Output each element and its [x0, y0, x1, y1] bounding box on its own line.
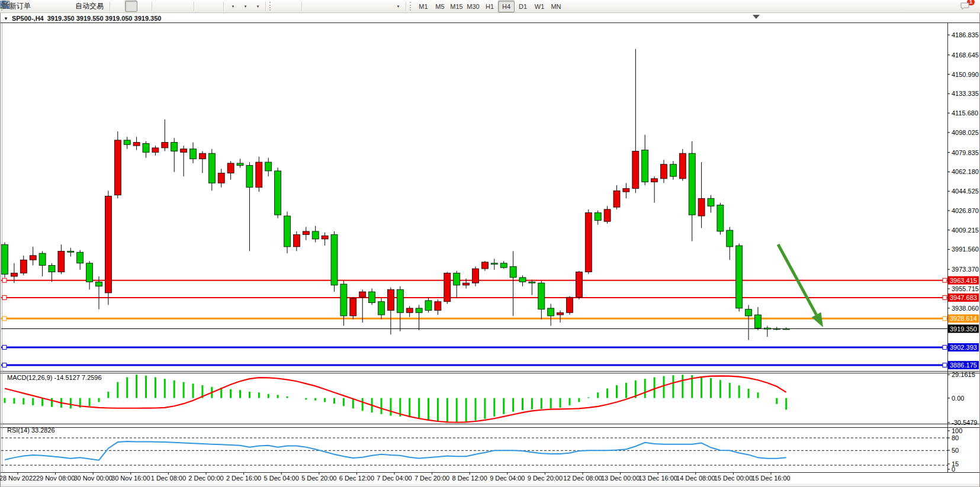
hline-marker[interactable] — [2, 278, 7, 282]
hline-marker[interactable] — [943, 278, 947, 282]
chart-menu-caret-icon[interactable]: ▼ — [4, 16, 8, 21]
fibonacci-tool-button[interactable]: F — [354, 1, 367, 12]
signals-button[interactable] — [59, 1, 71, 12]
hline-marker[interactable] — [2, 295, 7, 299]
vertical-line-tool-button[interactable] — [304, 1, 317, 12]
candle-body — [698, 198, 705, 216]
auto-scroll-button[interactable] — [197, 1, 209, 12]
candle-body — [736, 246, 743, 308]
macd-tick-label: 29.1615 — [952, 371, 975, 378]
candle-body — [199, 153, 205, 159]
candle-body — [265, 162, 272, 171]
hline-marker[interactable] — [2, 363, 7, 367]
horizontal-line-tool-button[interactable] — [317, 1, 329, 12]
candle-body — [331, 235, 338, 285]
time-tick-label: 28 Nov 2022 — [0, 475, 36, 482]
templates-button[interactable]: ▼ — [251, 1, 264, 12]
price-tick-label: 4009.215 — [952, 227, 979, 234]
candle-body — [30, 256, 36, 260]
candle-body — [642, 150, 648, 182]
notifications-button[interactable]: 1 — [959, 1, 972, 12]
candle-body — [595, 212, 601, 220]
candle-body — [481, 262, 488, 269]
periods-button[interactable]: ▼ — [239, 1, 251, 12]
hline-marker[interactable] — [943, 295, 947, 299]
candle-body — [77, 252, 83, 263]
candle-body — [378, 302, 385, 315]
candle-body — [114, 140, 121, 195]
hline-marker[interactable] — [2, 317, 7, 321]
market-watch-button[interactable] — [34, 1, 46, 12]
candle-body — [256, 162, 262, 188]
timeframe-button-d1[interactable]: D1 — [515, 1, 531, 12]
chart-canvas[interactable]: 4186.8354168.6454150.9904133.3354115.680… — [0, 0, 980, 487]
chart-shift-button[interactable] — [209, 1, 221, 12]
price-tick-label: 4150.990 — [952, 71, 979, 78]
timeframe-button-h1[interactable]: H1 — [481, 1, 498, 12]
zoom-in-button[interactable] — [155, 1, 167, 12]
candle-body — [96, 282, 102, 286]
timeframe-button-h4[interactable]: H4 — [498, 1, 515, 12]
toolbar-separator — [265, 2, 266, 11]
toolbar-separator — [194, 2, 195, 11]
price-tick-label: 4168.645 — [952, 51, 979, 59]
arrows-tool-button[interactable]: ▼ — [391, 1, 404, 12]
time-tick-label: 12 Dec 08:00 — [563, 475, 602, 482]
price-line-badge: 3947.683 — [950, 294, 977, 301]
macd-indicator-label: MACD(12,26,9) -14.5127 7.2596 — [7, 374, 102, 381]
candle-chart-type-button[interactable] — [125, 1, 137, 12]
hline-marker[interactable] — [943, 317, 947, 321]
candle-body — [519, 278, 526, 282]
text-label-tool-button[interactable]: T — [379, 1, 391, 12]
tile-windows-button[interactable] — [179, 1, 192, 12]
terminal-button[interactable] — [46, 1, 59, 12]
candle-body — [435, 302, 441, 311]
trendline-tool-button[interactable] — [329, 1, 342, 12]
equidistant-channel-tool-button[interactable]: E — [342, 1, 354, 12]
crosshair-tool-button[interactable] — [287, 1, 300, 12]
timeframe-button-w1[interactable]: W1 — [531, 1, 548, 12]
hline-marker[interactable] — [943, 363, 947, 367]
timeframe-button-m15[interactable]: M15 — [448, 1, 465, 12]
timeframe-button-m30[interactable]: M30 — [465, 1, 481, 12]
candle-body — [227, 163, 234, 173]
autotrading-button[interactable]: 自动交易 — [71, 1, 108, 12]
search-button[interactable] — [947, 1, 959, 12]
candle-body — [369, 292, 375, 303]
indicators-button[interactable]: ▼ — [226, 1, 239, 12]
candle-body — [670, 165, 676, 176]
timeframe-button-m5[interactable]: M5 — [432, 1, 448, 12]
candle-body — [387, 289, 394, 310]
dropdown-caret: ▼ — [397, 5, 400, 8]
candle-body — [237, 163, 243, 166]
hline-marker[interactable] — [943, 345, 947, 349]
candle-body — [538, 283, 545, 309]
timeframe-button-m1[interactable]: M1 — [415, 1, 432, 12]
candle-body — [585, 212, 592, 272]
cursor-tool-button[interactable] — [275, 1, 287, 12]
text-tool-button[interactable]: A — [367, 1, 379, 12]
time-tick-label: 15 Dec 00:00 — [714, 475, 753, 482]
candle-body — [463, 283, 470, 285]
candle-body — [124, 140, 130, 144]
main-toolbar: 新订单 自动交易 — [0, 0, 980, 13]
price-axis[interactable]: 4186.8354168.6454150.9904133.3354115.680… — [947, 31, 979, 312]
candle-body — [632, 151, 639, 188]
timeframe-button-mn[interactable]: MN — [548, 1, 564, 12]
zoom-out-button[interactable] — [167, 1, 179, 12]
price-tick-label: 4062.180 — [952, 168, 979, 175]
price-line-badge: 3928.614 — [950, 315, 977, 322]
bar-chart-type-button[interactable] — [113, 1, 125, 12]
line-chart-type-button[interactable] — [137, 1, 150, 12]
candle-body — [181, 149, 187, 153]
hline-marker[interactable] — [2, 345, 7, 349]
rsi-tick-label: 100 — [952, 427, 962, 434]
autotrading-label: 自动交易 — [73, 1, 106, 11]
time-tick-label: 30 Nov 16:00 — [111, 475, 150, 482]
candle-body — [284, 216, 291, 247]
candle-body — [473, 269, 479, 283]
macd-tick-label: 0.00 — [952, 395, 964, 402]
candle-body — [171, 143, 178, 151]
candle-body — [783, 328, 789, 330]
candle-body — [613, 191, 620, 207]
